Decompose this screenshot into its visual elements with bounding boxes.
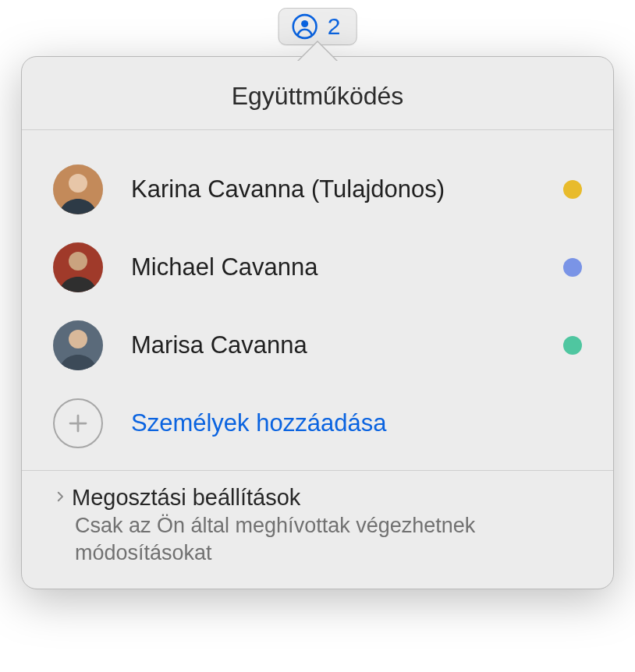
popover-title: Együttműködés: [22, 57, 613, 129]
status-dot: [563, 336, 582, 355]
user-collaboration-icon: [292, 13, 318, 40]
avatar: [53, 242, 103, 292]
participant-name: Michael Cavanna: [131, 253, 563, 281]
chevron-right-icon: [53, 490, 67, 507]
avatar: [53, 320, 103, 370]
svg-point-3: [69, 174, 87, 193]
status-dot: [563, 258, 582, 277]
add-people-button[interactable]: Személyek hozzáadása: [53, 384, 582, 462]
sharing-settings-row[interactable]: Megosztási beállítások Csak az Ön által …: [22, 471, 613, 589]
participant-row[interactable]: Marisa Cavanna: [53, 306, 582, 384]
participant-row[interactable]: Michael Cavanna: [53, 228, 582, 306]
add-people-label: Személyek hozzáadása: [131, 409, 582, 437]
sharing-settings-title: Megosztási beállítások: [72, 485, 300, 511]
svg-point-7: [69, 330, 87, 348]
collaboration-popover: Együttműködés Karina Cavanna (Tulajdonos…: [21, 56, 614, 589]
participant-name: Marisa Cavanna: [131, 331, 563, 359]
participant-row[interactable]: Karina Cavanna (Tulajdonos): [53, 150, 582, 228]
svg-point-1: [301, 20, 308, 27]
collaboration-toolbar-button[interactable]: 2: [278, 8, 357, 45]
participants-list: Karina Cavanna (Tulajdonos) Michael Cava…: [22, 130, 613, 470]
avatar: [53, 164, 103, 214]
svg-point-5: [69, 252, 87, 271]
participant-name: Karina Cavanna (Tulajdonos): [131, 175, 563, 203]
sharing-settings-subtitle: Csak az Ön által meghívottak végezhetnek…: [75, 512, 566, 567]
collaboration-count: 2: [328, 13, 341, 40]
status-dot: [563, 180, 582, 199]
plus-circle-icon: [53, 398, 103, 448]
